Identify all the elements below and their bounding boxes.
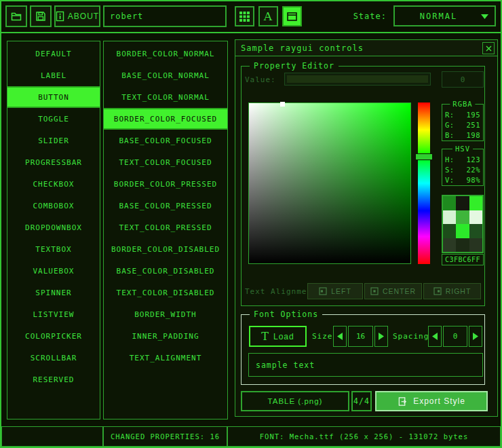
rgba-row-r: R: 195 xyxy=(442,109,483,119)
palette-cell[interactable] xyxy=(469,196,482,210)
list-item[interactable]: DEFAULT xyxy=(7,43,100,64)
list-item[interactable]: RESERVED xyxy=(7,369,100,390)
list-item[interactable]: BASE_COLOR_DISABLED xyxy=(104,260,227,282)
palette-cell[interactable] xyxy=(456,224,469,238)
style-name-input[interactable] xyxy=(103,5,227,27)
hex-color-box[interactable]: C3FBC6FF xyxy=(442,254,484,265)
font-spacing-value-box[interactable]: 0 xyxy=(443,326,467,347)
palette-cell[interactable] xyxy=(443,210,456,225)
sample-text-input[interactable] xyxy=(248,353,483,377)
align-left-button[interactable]: LEFT xyxy=(307,283,363,299)
text-alignment-label: Text Alignment xyxy=(245,283,317,299)
list-item[interactable]: VALUEBOX xyxy=(7,260,100,282)
style-table-view-button[interactable] xyxy=(235,6,254,26)
palette-cell[interactable] xyxy=(469,238,482,253)
b-value: 198 xyxy=(467,131,480,139)
align-left-icon xyxy=(319,287,327,295)
palette-cell[interactable] xyxy=(456,238,469,253)
open-file-button[interactable] xyxy=(5,5,27,27)
palette-cell[interactable] xyxy=(469,210,482,225)
palette-cell[interactable] xyxy=(443,238,456,253)
list-item[interactable]: BORDER_COLOR_FOCUSED xyxy=(104,108,227,130)
font-load-button[interactable]: T Load xyxy=(249,326,307,347)
palette-cell[interactable] xyxy=(443,196,456,210)
list-item[interactable]: BORDER_COLOR_DISABLED xyxy=(104,238,227,260)
state-dropdown[interactable]: NORMAL xyxy=(393,5,496,26)
export-style-button[interactable]: Export Style xyxy=(375,391,488,411)
export-format-button[interactable]: TABLE (.png) xyxy=(241,391,349,411)
hue-slider-handle[interactable] xyxy=(415,153,433,160)
rgba-group: RGBA R: 195 G: 251 B: 198 xyxy=(442,104,484,141)
font-size-value-box[interactable]: 16 xyxy=(348,326,373,347)
list-item[interactable]: DROPDOWNBOX xyxy=(7,217,100,238)
list-item[interactable]: BASE_COLOR_NORMAL xyxy=(104,64,227,86)
color-picker-cursor[interactable] xyxy=(280,102,285,107)
hsv-row-v: V: 98% xyxy=(442,174,483,185)
arrow-left-icon xyxy=(337,333,343,340)
chevron-down-icon xyxy=(481,14,488,19)
font-load-label: Load xyxy=(273,332,294,341)
hsv-row-h: H: 123 xyxy=(442,154,483,164)
font-spacing-decrease-button[interactable] xyxy=(428,326,442,347)
list-item[interactable]: BORDER_WIDTH xyxy=(104,303,227,325)
save-file-button[interactable] xyxy=(30,5,52,27)
align-center-button[interactable]: CENTER xyxy=(364,283,422,299)
list-item[interactable]: BASE_COLOR_FOCUSED xyxy=(104,130,227,151)
font-size-decrease-button[interactable] xyxy=(333,326,347,347)
palette-cell[interactable] xyxy=(456,196,469,210)
list-item[interactable]: TEXTBOX xyxy=(7,238,100,260)
window-title: Sample raygui controls xyxy=(241,43,364,53)
value-slider[interactable] xyxy=(284,73,431,86)
list-item[interactable]: TEXT_COLOR_DISABLED xyxy=(104,282,227,303)
list-item[interactable]: LABEL xyxy=(7,64,100,86)
status-font-info: FONT: Mecha.ttf (256 x 256) - 131072 byt… xyxy=(227,426,501,447)
font-view-button[interactable]: A xyxy=(258,6,278,26)
hsv-row-s: S: 22% xyxy=(442,164,483,174)
list-item[interactable]: TEXT_COLOR_NORMAL xyxy=(104,86,227,108)
value-box[interactable]: 0 xyxy=(442,71,484,88)
list-item[interactable]: COMBOBOX xyxy=(7,195,100,217)
palette-cell[interactable] xyxy=(456,210,469,225)
g-value: 251 xyxy=(467,121,480,129)
font-options-group-title: Font Options xyxy=(250,310,322,319)
palette-cell[interactable] xyxy=(469,224,482,238)
list-item[interactable]: TEXT_COLOR_FOCUSED xyxy=(104,151,227,173)
list-item[interactable]: BASE_COLOR_PRESSED xyxy=(104,195,227,217)
status-box-left xyxy=(1,426,103,447)
palette-cell[interactable] xyxy=(443,224,456,238)
window-titlebar[interactable]: Sample raygui controls xyxy=(235,40,497,56)
color-picker-sv-area[interactable] xyxy=(248,102,411,264)
font-A-icon: A xyxy=(264,11,273,22)
list-item[interactable]: TEXT_ALIGNMENT xyxy=(104,347,227,369)
sample-controls-window: Sample raygui controls Property Editor V… xyxy=(235,39,498,417)
controls-preview-button[interactable] xyxy=(282,6,302,26)
align-right-label: RIGHT xyxy=(446,287,471,295)
align-right-icon xyxy=(433,287,442,295)
hue-bar[interactable] xyxy=(418,102,430,264)
state-dropdown-value: NORMAL xyxy=(420,12,469,21)
floppy-save-icon xyxy=(35,10,47,22)
list-item[interactable]: SLIDER xyxy=(7,130,100,151)
list-item[interactable]: TOGGLE xyxy=(7,108,100,130)
list-item[interactable]: BORDER_COLOR_PRESSED xyxy=(104,173,227,195)
list-item[interactable]: TEXT_COLOR_PRESSED xyxy=(104,217,227,238)
list-item[interactable]: CHECKBOX xyxy=(7,173,100,195)
property-editor-group-title: Property Editor xyxy=(250,61,339,71)
list-item[interactable]: PROGRESSBAR xyxy=(7,151,100,173)
close-icon xyxy=(486,45,492,52)
list-item[interactable]: INNER_PADDING xyxy=(104,325,227,347)
b-label: B: xyxy=(445,131,455,139)
font-size-increase-button[interactable] xyxy=(374,326,388,347)
list-item[interactable]: BORDER_COLOR_NORMAL xyxy=(104,43,227,64)
align-right-button[interactable]: RIGHT xyxy=(423,283,481,299)
align-center-label: CENTER xyxy=(383,287,416,295)
font-spacing-increase-button[interactable] xyxy=(469,326,482,347)
list-item[interactable]: COLORPICKER xyxy=(7,325,100,347)
list-item[interactable]: BUTTON xyxy=(7,86,100,108)
list-item[interactable]: SPINNER xyxy=(7,282,100,303)
list-item[interactable]: LISTVIEW xyxy=(7,303,100,325)
window-close-button[interactable] xyxy=(482,42,495,54)
about-button[interactable]: ABOUT xyxy=(54,5,100,27)
status-changed-properties: CHANGED PROPERTIES: 16 xyxy=(103,426,227,447)
list-item[interactable]: SCROLLBAR xyxy=(7,347,100,369)
